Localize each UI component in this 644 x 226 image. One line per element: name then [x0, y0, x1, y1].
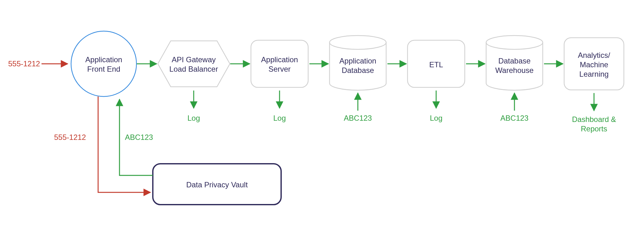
- input-pii-label: 555-1212: [8, 59, 40, 68]
- label-gateway-log: Log: [187, 114, 200, 122]
- label-appdb-token: ABC123: [344, 114, 372, 122]
- svg-point-1: [486, 36, 543, 49]
- label-dashboard-2: Reports: [581, 124, 607, 133]
- architecture-diagram: 555-1212 Application Front End API Gatew…: [0, 0, 644, 226]
- node-vault-label: Data Privacy Vault: [186, 180, 248, 189]
- node-frontend-label-1: Application: [85, 55, 122, 64]
- node-appdb-label-2: Database: [342, 66, 374, 74]
- node-gateway-label-1: API Gateway: [172, 55, 216, 64]
- svg-point-0: [330, 36, 386, 49]
- label-etl-log: Log: [430, 114, 442, 122]
- label-vault-token: ABC123: [125, 133, 153, 141]
- node-dw-label-2: Warehouse: [495, 66, 534, 74]
- node-frontend-label-2: Front End: [87, 65, 120, 73]
- node-appserver-label-2: Server: [269, 65, 291, 73]
- label-appserver-log: Log: [273, 114, 286, 122]
- node-gateway-label-2: Load Balancer: [169, 65, 218, 73]
- label-dashboard-1: Dashboard &: [572, 115, 616, 124]
- node-dw-label-1: Database: [498, 57, 531, 65]
- flow-frontend-to-vault: [98, 96, 150, 192]
- label-dw-token: ABC123: [500, 114, 528, 122]
- label-vault-phone: 555-1212: [54, 133, 86, 141]
- node-analytics-label-2: Machine: [580, 60, 608, 69]
- node-etl-label-1: ETL: [429, 60, 443, 69]
- node-analytics-label-1: Analytics/: [578, 51, 610, 59]
- node-appdb-label-1: Application: [339, 57, 376, 65]
- node-analytics-label-3: Learning: [579, 70, 608, 78]
- node-appserver-label-1: Application: [261, 55, 298, 64]
